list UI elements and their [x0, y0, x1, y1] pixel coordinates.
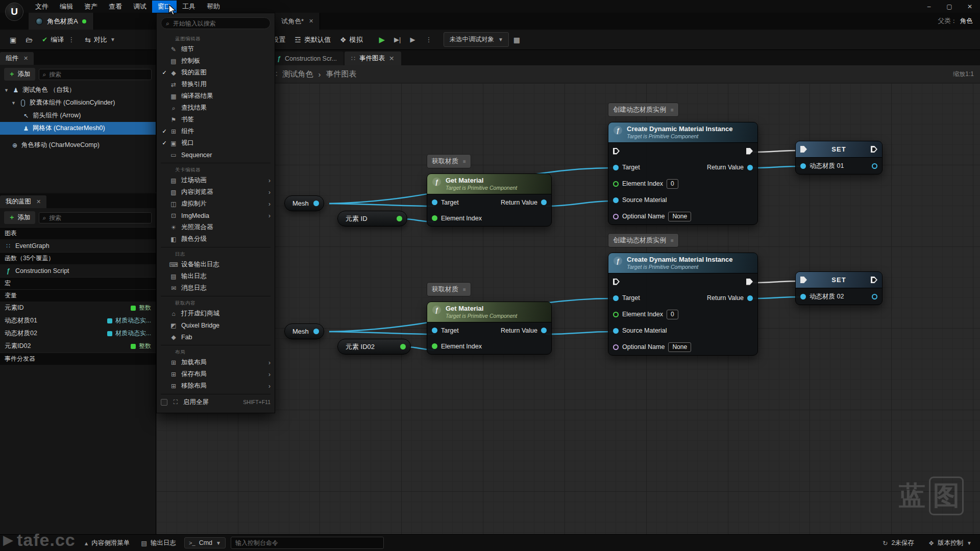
target-pin[interactable] — [432, 199, 437, 205]
breadcrumb-current[interactable]: 事件图表 — [326, 69, 357, 79]
menu-item-imgmedia[interactable]: ⊡ImgMedia› — [157, 210, 275, 221]
node-get-material-2[interactable]: ƒ Get Material Target is Primitive Compo… — [427, 302, 552, 355]
return-value-pin[interactable] — [541, 328, 547, 333]
menu-item-sequencer[interactable]: ▭Sequencer — [157, 149, 275, 161]
play-button[interactable]: ▶ — [374, 32, 389, 47]
menu-item-content-browser[interactable]: ▧内容浏览器› — [157, 186, 275, 198]
menu-item-save-layout[interactable]: ⊞保存布局› — [157, 368, 275, 380]
parent-class-value[interactable]: 角色 — [960, 17, 973, 26]
exec-out-pin[interactable] — [746, 279, 753, 285]
simulate-button[interactable]: ❖ 模拟 — [335, 32, 368, 47]
menu-asset[interactable]: 资产 — [79, 1, 103, 13]
bubble-pin-icon[interactable]: ≡ — [671, 238, 674, 243]
console-command-field[interactable] — [231, 537, 384, 549]
function-item-construction-script[interactable]: ƒ Construction Script — [0, 264, 156, 277]
output-pin[interactable] — [400, 344, 406, 349]
node-mesh-variable-2[interactable]: Mesh — [284, 323, 324, 339]
tab-construction-script[interactable]: ƒ Construction Scr... — [271, 52, 344, 65]
content-drawer-button[interactable]: ▴ 内容侧滑菜单 — [82, 537, 133, 549]
element-index-pin[interactable] — [432, 343, 437, 349]
optional-name-value[interactable]: None — [668, 342, 691, 352]
return-value-pin[interactable] — [541, 199, 547, 205]
menu-item-light-mixer[interactable]: ☀光照混合器 — [157, 221, 275, 233]
compile-button[interactable]: ✔ 编译 ⋮ — [37, 32, 80, 47]
save-button[interactable]: ▣ — [5, 33, 21, 47]
menu-item-marketplace[interactable]: ⌂打开虚幻商城 — [157, 308, 275, 319]
close-button[interactable]: ✕ — [960, 0, 980, 13]
node-comment-bubble[interactable]: 创建动态材质实例≡ — [608, 103, 679, 117]
optional-name-value[interactable]: None — [668, 212, 691, 221]
value-in-pin[interactable] — [800, 294, 806, 299]
optional-name-pin[interactable] — [613, 344, 619, 350]
menu-item-replace-references[interactable]: ⇄替换引用 — [157, 79, 275, 90]
node-set-dynamic-material-01[interactable]: SET 动态材质 01 — [795, 141, 883, 174]
variable-row[interactable]: 动态材质01 材质动态实... — [0, 314, 156, 327]
tab-test-character[interactable]: 试角色* ✕ — [275, 13, 320, 30]
element-index-value[interactable]: 0 — [667, 179, 678, 189]
graphs-section-header[interactable]: 图表 — [0, 227, 156, 239]
play-options-button[interactable]: ⋮ — [420, 33, 437, 46]
menu-item-device-output-log[interactable]: ⌨设备输出日志 — [157, 259, 275, 270]
components-search-input[interactable] — [49, 71, 148, 78]
graph-item-eventgraph[interactable]: ∷ EventGraph — [0, 239, 156, 252]
value-in-pin[interactable] — [800, 163, 806, 169]
return-value-pin[interactable] — [747, 165, 753, 170]
element-index-pin[interactable] — [613, 181, 619, 187]
element-index-pin[interactable] — [432, 215, 437, 221]
bubble-pin-icon[interactable]: ≡ — [671, 107, 674, 113]
component-row-mesh[interactable]: ♟ 网格体 (CharacterMesh0) — [0, 122, 156, 135]
menu-item-details[interactable]: ✎细节 — [157, 43, 275, 55]
menu-item-compiler-results[interactable]: ▦编译器结果 — [157, 90, 275, 102]
debug-object-dropdown[interactable]: 未选中调试对象 ▼ — [444, 32, 508, 47]
menu-item-output-log[interactable]: ▤输出日志 — [157, 270, 275, 282]
components-search[interactable]: ⌕ — [39, 69, 152, 80]
menu-item-message-log[interactable]: ✉消息日志 — [157, 282, 275, 294]
expander-icon[interactable]: ▼ — [4, 88, 9, 93]
menu-item-components[interactable]: ✓⊞组件 — [157, 126, 275, 137]
console-command-input[interactable] — [235, 539, 379, 546]
node-comment-bubble[interactable]: 获取材质≡ — [427, 154, 471, 168]
node-create-dynamic-material-instance-2[interactable]: ƒ Create Dynamic Material Instance Targe… — [608, 253, 758, 356]
menu-help[interactable]: 帮助 — [201, 1, 226, 13]
close-icon[interactable]: ✕ — [389, 55, 394, 62]
variable-row[interactable]: 元素ID02 整数 — [0, 340, 156, 353]
tab-my-blueprint[interactable]: 我的蓝图 ✕ — [0, 195, 46, 208]
bubble-pin-icon[interactable]: ≡ — [463, 287, 466, 292]
macros-section-header[interactable]: 宏 — [0, 277, 156, 289]
fullscreen-checkbox[interactable] — [161, 399, 167, 406]
menu-item-my-blueprint[interactable]: ✓◆我的蓝图 — [157, 67, 275, 79]
class-defaults-button[interactable]: ☲ 类默认值 — [290, 32, 335, 47]
component-row-arrow[interactable]: ↖ 箭头组件 (Arrow) — [0, 109, 156, 122]
output-pin[interactable] — [313, 201, 319, 206]
menu-edit[interactable]: 编辑 — [54, 1, 79, 13]
menu-item-quixel-bridge[interactable]: ◩Quixel Bridge — [157, 319, 275, 331]
exec-in-pin[interactable] — [613, 148, 620, 155]
functions-section-header[interactable]: 函数（35个覆盖） — [0, 252, 156, 264]
output-pin[interactable] — [397, 216, 402, 221]
exec-out-pin[interactable] — [871, 277, 877, 283]
target-pin[interactable] — [613, 295, 619, 301]
exec-in-pin[interactable] — [800, 146, 807, 153]
frame-skip-button[interactable]: ▶| — [389, 33, 405, 46]
menu-item-find-results[interactable]: ⌕查找结果 — [157, 102, 275, 114]
node-set-dynamic-material-02[interactable]: SET 动态材质 02 — [795, 271, 883, 305]
source-control-button[interactable]: ❖ 版本控制 ▼ — [925, 537, 975, 549]
node-comment-bubble[interactable]: 创建动态材质实例≡ — [608, 233, 679, 247]
value-out-pin[interactable] — [872, 163, 877, 169]
tab-event-graph[interactable]: ∷ 事件图表 ✕ — [345, 52, 401, 65]
menu-item-fab[interactable]: ◆Fab — [157, 331, 275, 343]
target-pin[interactable] — [432, 328, 437, 333]
cmd-dropdown[interactable]: >_ Cmd ▼ — [184, 537, 226, 548]
breadcrumb-root[interactable]: 测试角色 — [283, 69, 313, 79]
my-blueprint-search-input[interactable] — [49, 214, 148, 221]
target-pin[interactable] — [613, 165, 619, 170]
component-row-movement[interactable]: ⊕ 角色移动 (CharMoveComp) — [0, 139, 156, 152]
node-element-id-variable[interactable]: 元素 ID — [337, 211, 407, 227]
menu-file[interactable]: 文件 — [30, 1, 54, 13]
add-component-button[interactable]: ＋ 添加 — [4, 68, 35, 81]
debug-browse-button[interactable]: ▦ — [509, 33, 525, 47]
component-row-root[interactable]: ▼ ♟ 测试角色 （自我） — [0, 84, 156, 96]
dispatchers-section-header[interactable]: 事件分发器 — [0, 353, 156, 365]
menu-item-palette[interactable]: ▤控制板 — [157, 55, 275, 67]
node-mesh-variable-1[interactable]: Mesh — [284, 195, 324, 211]
